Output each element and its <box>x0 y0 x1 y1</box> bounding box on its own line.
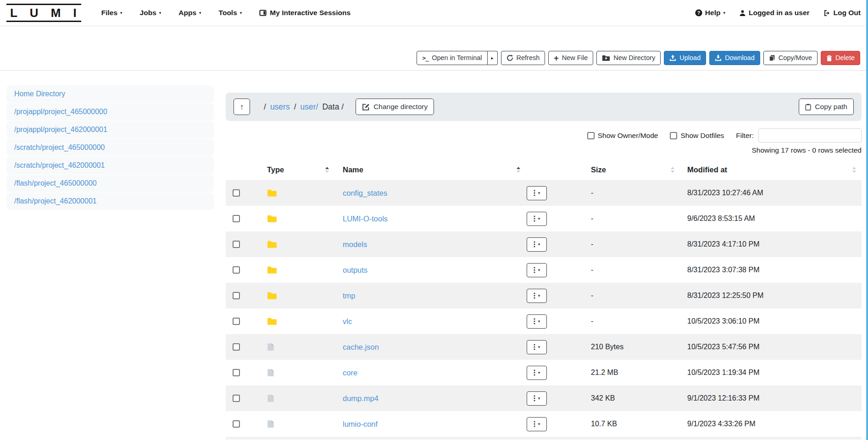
favorites-sidebar: Home Directory/projappl/project_46500000… <box>6 85 214 440</box>
row-menu-button[interactable]: ▾ <box>527 391 547 406</box>
file-link[interactable]: models <box>343 240 367 249</box>
file-link[interactable]: vlc <box>343 317 352 326</box>
nav-menu-jobs[interactable]: Jobs▾ <box>140 9 161 17</box>
row-menu-button[interactable]: ▾ <box>527 212 547 226</box>
top-navbar: L U M I Files▾Jobs▾Apps▾Tools▾ My Intera… <box>0 0 868 26</box>
file-size: - <box>563 189 678 197</box>
row-checkbox[interactable] <box>233 215 240 222</box>
sort-icon[interactable] <box>325 167 329 173</box>
sort-icon[interactable] <box>852 167 856 173</box>
row-checkbox[interactable] <box>233 318 240 325</box>
file-link[interactable]: cache.json <box>343 343 379 352</box>
nav-menu-apps[interactable]: Apps▾ <box>178 9 201 17</box>
nav-logged-in-user[interactable]: Logged in as user <box>739 9 810 17</box>
refresh-button[interactable]: Refresh <box>501 51 545 65</box>
show-dotfiles-checkbox[interactable] <box>670 132 677 139</box>
filter-input[interactable] <box>758 128 862 143</box>
download-button[interactable]: Download <box>709 51 760 65</box>
nav-log-out[interactable]: Log Out <box>823 9 861 17</box>
file-link[interactable]: core <box>343 368 357 377</box>
copy-move-button[interactable]: Copy/Move <box>763 51 818 65</box>
sort-icon[interactable] <box>517 167 520 173</box>
table-row: cache.json▾210 Bytes10/5/2023 5:47:56 PM <box>226 334 862 360</box>
sidebar-item-path[interactable]: /flash/project_465000000 <box>6 175 214 192</box>
user-icon <box>739 10 746 16</box>
show-owner-mode-checkbox[interactable] <box>587 132 595 139</box>
new-directory-button[interactable]: New Directory <box>596 51 661 65</box>
file-modified-at: 8/31/2023 10:27:46 AM <box>678 189 862 197</box>
sidebar-item-path[interactable]: /scratch/project_462000001 <box>6 157 214 174</box>
nav-menu-files[interactable]: Files▾ <box>101 9 122 17</box>
column-header-size[interactable]: Size <box>563 165 678 174</box>
row-checkbox[interactable] <box>233 241 240 248</box>
file-size: - <box>563 214 678 223</box>
new-folder-icon <box>602 55 610 61</box>
breadcrumb-link[interactable]: user/ <box>300 102 318 112</box>
file-actions-toolbar: >_ Open in Terminal ▸ Refresh + New File… <box>0 51 868 65</box>
show-dotfiles-toggle[interactable]: Show Dotfiles <box>670 132 724 140</box>
file-link[interactable]: dump.mp4 <box>343 394 378 403</box>
delete-button[interactable]: Delete <box>821 51 860 65</box>
table-row: vlc▾-10/5/2023 3:06:10 PM <box>226 308 862 334</box>
edit-pencil-icon <box>362 103 370 111</box>
row-menu-button[interactable]: ▾ <box>527 263 547 277</box>
file-modified-at: 9/1/2023 4:33:26 PM <box>678 420 862 428</box>
file-link[interactable]: lumio-conf <box>343 420 378 429</box>
download-icon <box>715 55 722 61</box>
file-link[interactable]: tmp <box>343 292 356 300</box>
row-menu-button[interactable]: ▾ <box>527 340 547 354</box>
table-row: dump.mp4▾342 KB9/1/2023 12:16:33 PM <box>226 385 862 411</box>
nav-menu-tools[interactable]: Tools▾ <box>219 9 242 17</box>
row-menu-button[interactable]: ▾ <box>527 237 547 252</box>
up-directory-button[interactable]: ↑ <box>234 99 250 115</box>
column-header-modified[interactable]: Modified at <box>678 165 862 174</box>
file-icon <box>267 394 274 402</box>
file-size: - <box>563 266 678 274</box>
kebab-icon <box>534 421 535 427</box>
filter-label: Filter: <box>736 132 754 140</box>
sidebar-item-path[interactable]: /projappl/project_465000000 <box>6 103 214 121</box>
file-link[interactable]: LUMI-O-tools <box>343 214 388 223</box>
file-table: Type Name Size Modified at <box>226 159 862 440</box>
upload-button[interactable]: Upload <box>664 51 706 65</box>
sidebar-item-path[interactable]: /flash/project_462000001 <box>6 192 214 210</box>
open-in-terminal-caret-button[interactable]: ▸ <box>488 51 498 65</box>
column-header-name[interactable]: Name <box>338 165 527 174</box>
new-file-button[interactable]: + New File <box>548 51 593 65</box>
nav-help-menu[interactable]: ? Help ▾ <box>695 9 725 17</box>
row-checkbox[interactable] <box>233 189 240 197</box>
row-checkbox[interactable] <box>233 395 240 402</box>
row-menu-button[interactable]: ▾ <box>527 289 547 303</box>
sidebar-item-path[interactable]: /scratch/project_465000000 <box>6 139 214 156</box>
scrollbar-strip[interactable] <box>866 0 868 440</box>
row-menu-button[interactable]: ▾ <box>527 186 547 200</box>
file-link[interactable]: config_states <box>343 189 387 198</box>
row-menu-button[interactable]: ▾ <box>527 314 547 329</box>
change-directory-button[interactable]: Change directory <box>356 99 434 115</box>
nav-my-interactive-sessions[interactable]: My Interactive Sessions <box>259 9 351 17</box>
chevron-down-icon: ▾ <box>538 319 540 324</box>
row-checkbox[interactable] <box>233 292 240 299</box>
file-link[interactable]: outputs <box>343 266 367 275</box>
folder-icon <box>267 214 277 223</box>
row-checkbox[interactable] <box>233 343 240 351</box>
row-checkbox[interactable] <box>233 266 240 274</box>
table-row: core▾21.2 MB10/5/2023 1:19:34 PM <box>226 360 862 385</box>
row-menu-button[interactable]: ▾ <box>527 366 547 380</box>
chevron-down-icon: ▾ <box>120 11 122 15</box>
show-owner-mode-toggle[interactable]: Show Owner/Mode <box>587 132 658 140</box>
row-checkbox[interactable] <box>233 420 240 428</box>
open-in-terminal-button[interactable]: >_ Open in Terminal <box>417 51 487 65</box>
sidebar-item-home-directory[interactable]: Home Directory <box>6 85 214 103</box>
row-menu-button[interactable]: ▾ <box>527 417 547 431</box>
column-header-type[interactable]: Type <box>260 165 338 174</box>
chevron-down-icon: ▾ <box>538 294 540 298</box>
sort-icon[interactable] <box>671 167 674 173</box>
folder-icon <box>267 189 277 197</box>
file-size: 210 Bytes <box>563 343 678 351</box>
breadcrumb-link[interactable]: users <box>270 102 290 112</box>
row-checkbox[interactable] <box>233 369 240 376</box>
sidebar-item-path[interactable]: /projappl/project_462000001 <box>6 121 214 138</box>
chevron-down-icon: ▾ <box>723 11 725 15</box>
copy-path-button[interactable]: Copy path <box>799 99 854 115</box>
